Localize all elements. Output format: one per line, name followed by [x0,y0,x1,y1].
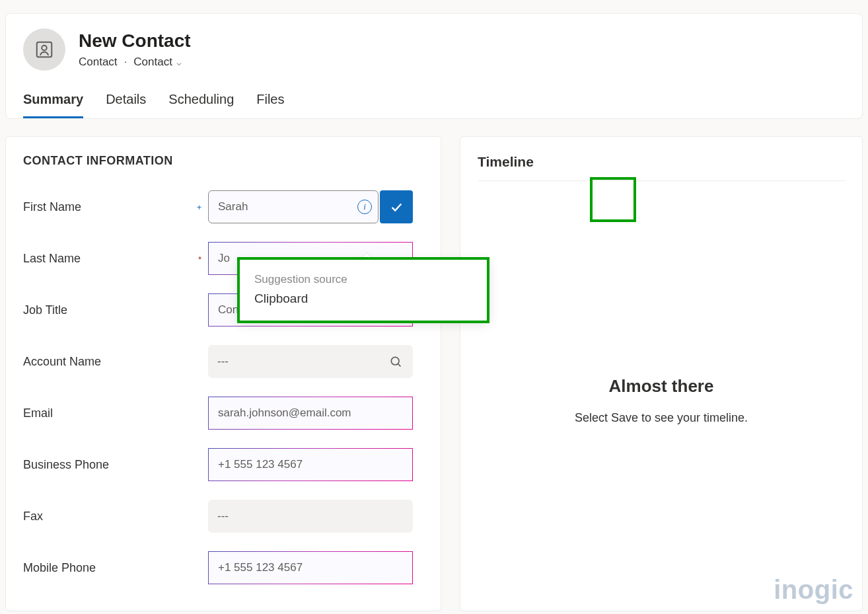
row-account-name: Account Name [23,345,423,378]
accept-suggestion-button[interactable] [380,190,413,223]
timeline-subtext: Select Save to see your timeline. [575,411,748,425]
tab-scheduling[interactable]: Scheduling [168,92,234,118]
row-business-phone: Business Phone [23,448,423,481]
timeline-title: Timeline [478,154,845,181]
check-icon [389,200,404,214]
recommended-indicator: + [197,203,201,212]
row-fax: Fax [23,500,423,533]
row-email: Email [23,397,423,430]
avatar [23,28,65,71]
svg-point-1 [42,46,47,51]
breadcrumb: Contact · Contact [79,56,191,69]
svg-point-2 [391,357,399,365]
input-fax[interactable] [208,500,413,533]
section-title: CONTACT INFORMATION [23,154,423,168]
label-account-name: Account Name [23,355,208,369]
label-email: Email [23,406,208,420]
row-mobile-phone: Mobile Phone [23,551,423,584]
label-fax: Fax [23,510,208,523]
info-icon[interactable]: i [357,200,372,214]
tabs: Summary Details Scheduling Files [23,92,845,118]
chevron-down-icon [175,58,183,66]
search-icon[interactable] [389,355,402,368]
input-first-name[interactable] [208,190,379,223]
breadcrumb-separator: · [124,56,127,69]
timeline-heading: Almost there [609,376,714,397]
page-title: New Contact [79,30,191,52]
tab-summary[interactable]: Summary [23,92,83,118]
tab-files[interactable]: Files [256,92,284,118]
header-card: New Contact Contact · Contact Summary De… [5,13,863,119]
breadcrumb-form: Contact [133,56,172,69]
input-email[interactable] [208,397,413,430]
input-account-name[interactable] [208,345,413,378]
contact-avatar-icon [34,40,54,59]
svg-line-3 [398,364,400,366]
label-mobile-phone: Mobile Phone [23,561,208,575]
row-first-name: First Name + i [23,190,423,223]
input-mobile-phone[interactable] [208,551,413,584]
highlight-popover [237,257,489,323]
tab-details[interactable]: Details [106,92,146,118]
label-first-name: First Name + [23,200,208,214]
breadcrumb-entity: Contact [79,56,118,69]
svg-rect-0 [37,42,52,58]
suggestion-popover-value: Clipboard [254,291,472,306]
timeline-panel: Timeline Almost there Select Save to see… [460,136,863,611]
suggestion-popover-label: Suggestion source [254,273,472,286]
label-business-phone: Business Phone [23,458,208,472]
watermark-logo: inogic [774,575,853,605]
label-last-name: Last Name * [23,252,208,266]
form-selector[interactable]: Contact [133,56,183,69]
input-business-phone[interactable] [208,448,413,481]
contact-info-panel: CONTACT INFORMATION First Name + i Last … [5,136,441,611]
required-indicator: * [198,254,201,264]
suggestion-popover: Suggestion source Clipboard [238,259,489,321]
label-job-title: Job Title [23,303,208,317]
